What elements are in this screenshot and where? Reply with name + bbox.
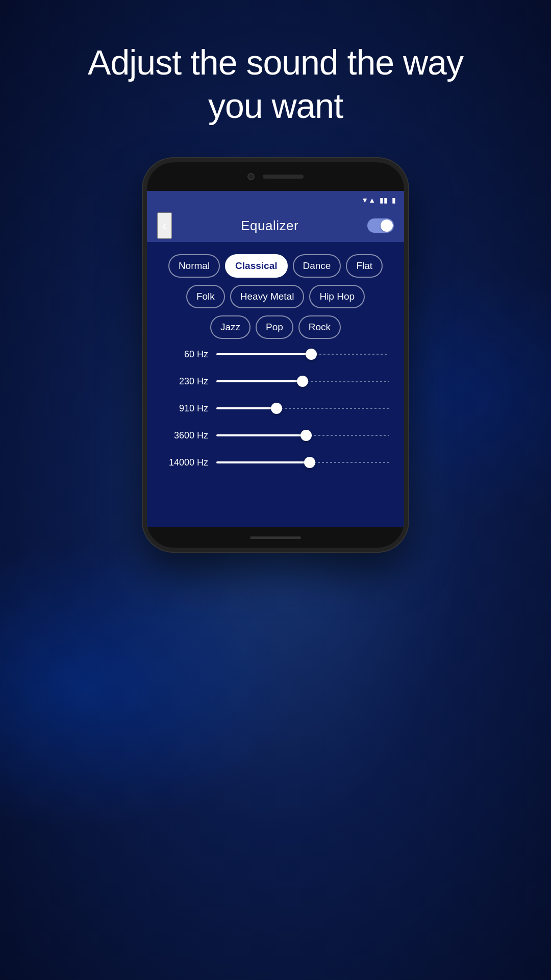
phone-top-bar — [147, 162, 404, 191]
preset-folk[interactable]: Folk — [186, 285, 225, 308]
eq-band-230hz: 230 Hz — [162, 376, 389, 387]
eq-slider-3600hz[interactable] — [216, 434, 389, 437]
preset-row-3: Jazz Pop Rock — [157, 315, 394, 339]
equalizer-section: 60 Hz 230 Hz — [157, 349, 394, 468]
phone-frame: ▼▲ ▮▮ ▮ ‹ Equalizer Normal Classical Dan… — [143, 158, 408, 552]
eq-label-910hz: 910 Hz — [162, 403, 208, 414]
home-indicator — [250, 536, 301, 539]
phone-bottom-space — [147, 497, 404, 527]
preset-flat[interactable]: Flat — [346, 254, 383, 278]
preset-dance[interactable]: Dance — [293, 254, 341, 278]
preset-row-2: Folk Heavy Metal Hip Hop — [157, 285, 394, 308]
status-bar: ▼▲ ▮▮ ▮ — [147, 191, 404, 209]
earpiece-speaker — [263, 175, 304, 179]
eq-label-230hz: 230 Hz — [162, 376, 208, 387]
app-header: ‹ Equalizer — [147, 209, 404, 242]
preset-normal[interactable]: Normal — [168, 254, 220, 278]
equalizer-toggle[interactable] — [367, 218, 394, 233]
front-camera — [247, 173, 255, 180]
eq-slider-230hz[interactable] — [216, 380, 389, 383]
app-title: Equalizer — [241, 218, 298, 234]
eq-band-14000hz: 14000 Hz — [162, 457, 389, 468]
eq-band-3600hz: 3600 Hz — [162, 430, 389, 441]
back-button[interactable]: ‹ — [157, 212, 172, 239]
battery-icon: ▮ — [392, 196, 396, 204]
eq-slider-60hz[interactable] — [216, 353, 389, 356]
preset-classical[interactable]: Classical — [225, 254, 287, 278]
eq-slider-14000hz[interactable] — [216, 461, 389, 464]
phone-bottom-bar — [147, 527, 404, 548]
preset-hip-hop[interactable]: Hip Hop — [309, 285, 365, 308]
eq-band-910hz: 910 Hz — [162, 403, 389, 414]
wifi-icon: ▼▲ — [361, 196, 375, 204]
app-content: Normal Classical Dance Flat Folk Heavy M… — [147, 242, 404, 497]
eq-label-14000hz: 14000 Hz — [162, 457, 208, 468]
eq-band-60hz: 60 Hz — [162, 349, 389, 360]
phone-mockup: ▼▲ ▮▮ ▮ ‹ Equalizer Normal Classical Dan… — [143, 158, 408, 552]
page-headline: Adjust the sound the way you want — [57, 41, 494, 128]
preset-jazz[interactable]: Jazz — [210, 315, 251, 339]
preset-rock[interactable]: Rock — [298, 315, 341, 339]
preset-row-1: Normal Classical Dance Flat — [157, 254, 394, 278]
eq-label-60hz: 60 Hz — [162, 349, 208, 360]
preset-heavy-metal[interactable]: Heavy Metal — [230, 285, 305, 308]
eq-label-3600hz: 3600 Hz — [162, 430, 208, 441]
eq-slider-910hz[interactable] — [216, 407, 389, 410]
signal-icon: ▮▮ — [380, 196, 388, 204]
preset-pop[interactable]: Pop — [256, 315, 293, 339]
